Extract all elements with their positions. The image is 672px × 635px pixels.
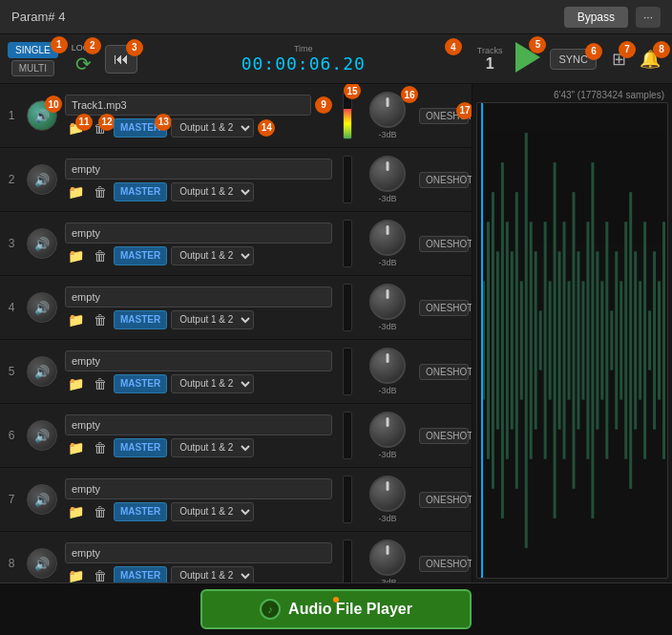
knob-area: -3dB (359, 284, 416, 331)
volume-knob[interactable] (369, 220, 406, 256)
multi-mode-button[interactable]: MULTI (11, 60, 54, 76)
output-select[interactable]: Output 1 & 2 (171, 118, 254, 138)
oneshot-button[interactable]: ONESHOT (419, 492, 469, 508)
trash-button[interactable]: 🗑 (91, 439, 110, 456)
vu-area: 15 (336, 88, 359, 143)
master-button[interactable]: MASTER (114, 502, 167, 521)
folder-button[interactable]: 📁 (65, 375, 87, 392)
trash-button[interactable]: 🗑 (91, 375, 110, 392)
trash-button[interactable]: 🗑 (91, 503, 110, 520)
track-file-input[interactable] (65, 350, 332, 371)
trash-button[interactable]: 🗑 12 (91, 119, 110, 137)
folder-button[interactable]: 📁 (65, 247, 87, 265)
trash-button[interactable]: 🗑 (91, 311, 110, 328)
master-button[interactable]: MASTER (114, 182, 167, 201)
vu-fill (344, 109, 351, 138)
track-controls: 📁 🗑 MASTER Output 1 & 2 (61, 414, 336, 457)
volume-icon: 🔊 (34, 365, 50, 379)
volume-knob[interactable] (369, 348, 406, 384)
track-volume-knob[interactable]: 🔊 (27, 164, 57, 195)
volume-knob[interactable] (369, 156, 406, 192)
trash-button[interactable]: 🗑 (91, 247, 110, 265)
oneshot-area: ONESHOT (416, 300, 472, 316)
volume-icon: 🔊 (34, 237, 50, 251)
svg-rect-7 (515, 192, 518, 489)
loop-icon[interactable]: ⟳ (75, 53, 92, 75)
more-button[interactable]: ··· (636, 7, 661, 28)
track-row: 6 🔊 📁 🗑 MASTER (0, 404, 472, 468)
volume-icon: 🔊 (34, 429, 50, 443)
oneshot-button[interactable]: ONESHOT (419, 300, 469, 316)
track-file-input[interactable] (65, 286, 332, 307)
track-file-input[interactable] (65, 542, 332, 563)
svg-rect-35 (648, 310, 651, 370)
master-button[interactable]: MASTER (114, 566, 167, 583)
track-file-input[interactable] (65, 478, 332, 499)
master-button[interactable]: MASTER (114, 246, 167, 265)
output-select[interactable]: Output 1 & 2 (171, 374, 254, 393)
track-volume-knob[interactable]: 🔊 (27, 292, 57, 323)
trash-button[interactable]: 🗑 (91, 567, 110, 583)
app-button-label: Audio File Player (288, 601, 412, 618)
skip-back-wrapper: ⏮ 3 (105, 45, 137, 74)
track-volume-knob[interactable]: 🔊 (27, 228, 57, 259)
oneshot-area: ONESHOT 17 (416, 108, 472, 124)
track-controls: 📁 🗑 MASTER Output 1 & 2 (61, 286, 336, 329)
master-button[interactable]: MASTER (114, 374, 167, 393)
svg-rect-36 (653, 251, 656, 429)
oneshot-button[interactable]: ONESHOT (419, 428, 469, 444)
output-select[interactable]: Output 1 & 2 (171, 182, 254, 201)
volume-knob[interactable] (369, 284, 406, 320)
volume-knob[interactable] (369, 412, 406, 448)
track-volume-knob[interactable]: 🔊 (27, 420, 57, 451)
output-select[interactable]: Output 1 & 2 (171, 246, 254, 265)
track-volume-knob[interactable]: 🔊 (27, 356, 57, 387)
oneshot-button[interactable]: ONESHOT (419, 556, 469, 572)
vu-area (336, 216, 359, 271)
track-file-input[interactable] (65, 414, 332, 435)
volume-knob[interactable] (369, 476, 406, 512)
track-bottom: 📁 11 🗑 12 MASTER 13 Output 1 & 2 14 (65, 118, 332, 138)
knob-area: -3dB (359, 412, 416, 459)
oneshot-button[interactable]: ONESHOT (419, 172, 469, 188)
master-button[interactable]: MASTER (114, 438, 167, 457)
vu-meter (343, 540, 352, 582)
track-file-input[interactable] (65, 222, 332, 243)
waveform-display[interactable] (476, 102, 668, 579)
oneshot-area: ONESHOT (416, 172, 472, 188)
track-file-input[interactable] (65, 95, 311, 116)
vu-meter (343, 220, 352, 267)
track-volume-knob[interactable]: 🔊 (27, 484, 57, 515)
track-volume-knob[interactable]: 🔊 (27, 548, 57, 579)
volume-knob[interactable] (369, 540, 406, 576)
output-select[interactable]: Output 1 & 2 (171, 438, 254, 457)
track-bottom: 📁 🗑 MASTER Output 1 & 2 (65, 502, 332, 521)
track-file-input[interactable] (65, 159, 332, 180)
master-button[interactable]: MASTER 13 (114, 118, 167, 138)
bypass-button[interactable]: Bypass (564, 7, 628, 28)
folder-button[interactable]: 📁 (65, 183, 87, 201)
folder-button[interactable]: 📁 (65, 503, 87, 520)
track-number: 7 (0, 493, 23, 506)
folder-button[interactable]: 📁 (65, 311, 87, 328)
folder-button[interactable]: 📁 (65, 439, 87, 456)
oneshot-button[interactable]: ONESHOT (419, 364, 469, 380)
audio-file-player-button[interactable]: ♪ Audio File Player (200, 589, 472, 629)
oneshot-area: ONESHOT (416, 556, 472, 572)
svg-rect-28 (615, 251, 618, 429)
track-volume-knob[interactable]: 🔊 10 (27, 100, 57, 131)
master-button[interactable]: MASTER (114, 310, 167, 329)
trash-button[interactable]: 🗑 (91, 183, 110, 201)
output-select[interactable]: Output 1 & 2 (171, 566, 254, 583)
knob-label: -3dB (378, 578, 396, 582)
transport-bar: SINGLE MULTI 1 LOOP ⟳ 2 ⏮ 3 Time 00:00:0… (0, 34, 672, 84)
badge-2: 2 (84, 37, 101, 54)
output-select[interactable]: Output 1 & 2 (171, 502, 254, 521)
folder-button[interactable]: 📁 11 (65, 119, 87, 137)
oneshot-button[interactable]: ONESHOT (419, 236, 469, 252)
volume-knob[interactable] (369, 92, 406, 128)
folder-button[interactable]: 📁 (65, 567, 87, 583)
output-select[interactable]: Output 1 & 2 (171, 310, 254, 329)
svg-rect-21 (581, 281, 584, 399)
track-top (65, 478, 332, 499)
